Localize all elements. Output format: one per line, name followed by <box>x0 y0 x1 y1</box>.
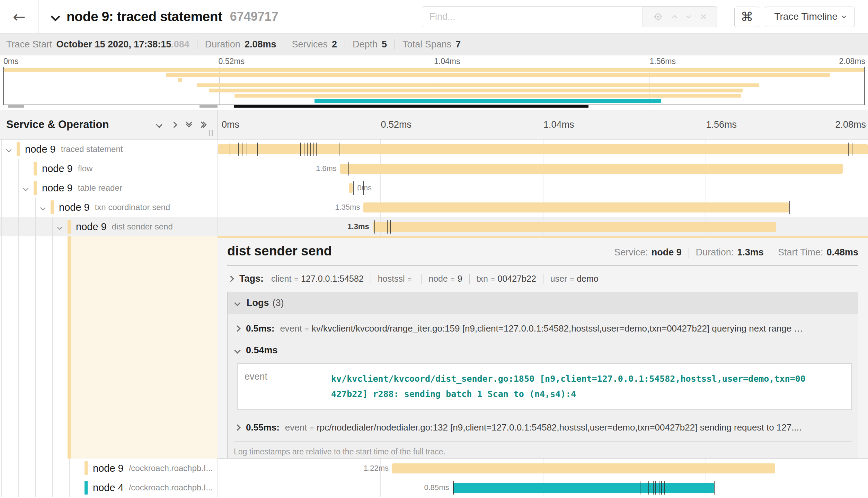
ruler-tick: 2.08ms <box>835 119 866 130</box>
back-button[interactable]: ← <box>0 0 39 33</box>
chevron-down-icon[interactable] <box>51 12 60 21</box>
span-timeline-cell[interactable] <box>218 139 868 159</box>
locate-icon[interactable] <box>653 12 663 21</box>
service-color-bar <box>51 200 54 214</box>
span-timeline-cell[interactable]: 1.6ms <box>218 159 868 178</box>
trace-view-selector[interactable]: Trace Timeline <box>765 7 855 27</box>
span-row-roachpb-node9[interactable]: node 9 /cockroach.roachpb.I... 1.22ms <box>0 459 868 478</box>
tick-label: 1.56ms <box>650 57 676 66</box>
divider <box>395 39 395 49</box>
span-timeline-cell[interactable]: 1.22ms <box>218 459 868 478</box>
operation-name: traced statement <box>61 144 123 154</box>
collapse-chevron-icon[interactable] <box>7 147 11 153</box>
logs-header[interactable]: Logs (3) <box>228 292 858 314</box>
chevron-down-icon <box>234 300 240 306</box>
column-resize-grip[interactable] <box>209 130 213 136</box>
span-timeline-cell[interactable]: 1.35ms <box>218 198 868 217</box>
span-detail-band: dist sender send Service: node 9 Duratio… <box>0 236 868 459</box>
collapse-chevron-icon[interactable] <box>24 185 28 192</box>
trace-start-ms: .084 <box>171 39 189 50</box>
span-duration-bar[interactable] <box>340 164 843 174</box>
span-name-cell[interactable]: node 9 table reader <box>0 178 218 198</box>
log-entry-expanded-header[interactable]: 0.54ms <box>234 337 852 359</box>
log-entry-collapsed[interactable]: 0.55ms: event = rpc/nodedialer/nodediale… <box>234 413 852 436</box>
divider <box>227 265 858 266</box>
divider <box>284 39 284 49</box>
scrubber-handle[interactable] <box>200 105 218 108</box>
find-input[interactable] <box>422 6 643 27</box>
span-name-cell[interactable]: node 9 /cockroach.roachpb.I... <box>0 459 218 478</box>
keyboard-shortcuts-button[interactable]: ⌘ <box>734 7 759 27</box>
find-controls: × <box>643 6 717 27</box>
logs-footer-note: Log timestamps are relative to the start… <box>234 441 852 459</box>
span-row-flow[interactable]: node 9 flow 1.6ms <box>0 159 868 178</box>
find-group: × <box>422 6 717 27</box>
clear-search-icon[interactable]: × <box>700 11 707 22</box>
minimap-span-bar <box>197 83 759 87</box>
tags-accordion[interactable]: Tags: client=127.0.0.1:54582 hostssl= no… <box>227 273 858 284</box>
service-color-bar <box>68 220 71 234</box>
expand-one-icon[interactable] <box>171 121 177 128</box>
tag-item: client=127.0.0.1:54582 <box>271 274 364 284</box>
span-name-cell[interactable]: node 9 dist sender send <box>0 217 218 236</box>
total-spans-label: Total Spans <box>402 39 451 50</box>
duration-label: Duration <box>205 39 240 50</box>
minimap-canvas[interactable] <box>3 67 865 105</box>
service-color-bar <box>34 162 37 175</box>
minimap-span-bar <box>234 94 741 98</box>
span-row-dist-sender-send[interactable]: node 9 dist sender send 1.3ms <box>0 217 868 236</box>
span-duration-bar[interactable] <box>392 463 775 473</box>
operation-name: /cockroach.roachpb.I... <box>129 483 213 492</box>
span-duration-bar[interactable] <box>363 202 789 212</box>
collapse-chevron-icon[interactable] <box>58 224 62 230</box>
duration-value: 1.3ms <box>737 247 764 258</box>
operation-name: /cockroach.roachpb.I... <box>129 463 213 473</box>
span-name-cell[interactable]: node 4 /cockroach.roachpb.I... <box>0 478 218 497</box>
chevron-right-icon <box>228 275 234 282</box>
trace-summary-bar: Trace Start October 15 2020, 17:38:15 .0… <box>0 34 868 55</box>
ruler-tick: 1.56ms <box>706 119 737 130</box>
scrubber-handle[interactable] <box>8 105 24 108</box>
span-name-cell[interactable]: node 9 flow <box>0 159 218 178</box>
span-timeline-cell[interactable]: 0.85ms <box>218 478 868 497</box>
services-value: 2 <box>332 39 337 50</box>
tag-item: txn=00427b22 <box>477 274 536 284</box>
span-timeline-cell[interactable]: 0ms <box>218 178 868 198</box>
span-duration-bar[interactable] <box>373 222 777 232</box>
tag-item: user=demo <box>550 274 599 284</box>
span-name-cell[interactable]: node 9 traced statement <box>0 139 218 159</box>
prev-match-icon[interactable] <box>672 15 677 20</box>
operation-name: txn coordinator send <box>95 202 170 212</box>
equals-sign: = <box>305 325 309 333</box>
scroll-position-indicator[interactable] <box>234 105 588 108</box>
duration-value: 2.08ms <box>245 39 276 50</box>
minimap-scrubber-track[interactable] <box>3 105 865 108</box>
collapse-all-icon[interactable] <box>187 123 191 127</box>
trace-title-group[interactable]: node 9: traced statement 6749717 <box>52 9 278 24</box>
service-color-bar <box>17 142 20 156</box>
start-time-label: Start Time: <box>778 247 823 258</box>
span-name-cell[interactable]: node 9 txn coordinator send <box>0 198 218 217</box>
minimap-span-bar-row <box>4 93 864 98</box>
logs-accordion: Logs (3) 0.5ms: event = kv/kvclient/kvco… <box>227 292 858 459</box>
span-row-traced-statement[interactable]: node 9 traced statement <box>0 139 868 159</box>
span-timeline-cell[interactable]: 1.3ms <box>218 217 868 236</box>
service-color-bar <box>85 461 88 475</box>
span-duration-bar[interactable] <box>453 483 715 493</box>
span-row-table-reader[interactable]: node 9 table reader 0ms <box>0 178 868 198</box>
service-name: node 9 <box>42 163 73 174</box>
next-match-icon[interactable] <box>686 13 691 18</box>
log-entry-collapsed[interactable]: 0.5ms: event = kv/kvclient/kvcoord/range… <box>234 314 852 337</box>
span-duration-bar[interactable] <box>349 183 352 193</box>
span-duration-bar[interactable] <box>218 144 868 154</box>
service-name: node 9 <box>42 182 73 194</box>
services-label: Services <box>292 39 328 50</box>
divider <box>689 247 689 258</box>
divider <box>421 274 422 284</box>
span-row-roachpb-node4[interactable]: node 4 /cockroach.roachpb.I... 0.85ms <box>0 478 868 497</box>
collapse-one-icon[interactable] <box>156 121 162 128</box>
collapse-chevron-icon[interactable] <box>41 205 45 211</box>
span-row-txn-coordinator-send[interactable]: node 9 txn coordinator send 1.35ms <box>0 198 868 217</box>
expand-all-icon[interactable] <box>202 123 206 127</box>
operation-name: table reader <box>78 183 122 193</box>
